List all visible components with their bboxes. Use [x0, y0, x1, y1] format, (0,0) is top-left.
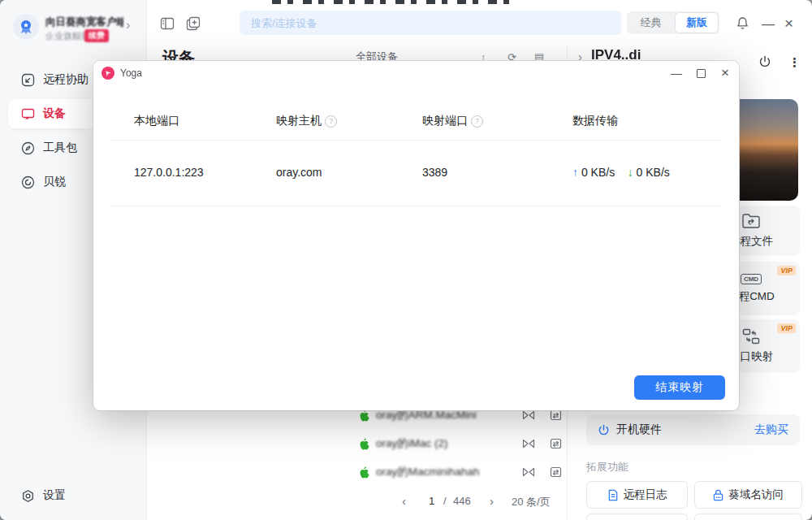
sidebar-item-label: 设置	[43, 488, 66, 503]
cell-local-port: 127.0.0.1:223	[134, 166, 204, 179]
domain-access-button[interactable]: 葵域名访问	[694, 481, 802, 509]
vip-badge: VIP	[777, 323, 796, 333]
search-input[interactable]	[240, 11, 621, 35]
user-name: 向日葵商宽客户端	[45, 15, 123, 29]
device-row[interactable]: oray的iMac (2)	[357, 431, 562, 456]
help-icon[interactable]: ?	[325, 115, 337, 128]
remote-assist-icon	[21, 73, 35, 87]
cmd-icon: CMD	[741, 274, 762, 284]
notification-bell-icon[interactable]	[736, 16, 749, 30]
toggle-classic[interactable]: 经典	[627, 15, 675, 30]
device-name: oray的iMac (2)	[376, 436, 448, 451]
download-speed: 0 KB/s	[637, 166, 670, 179]
apple-icon	[357, 466, 369, 479]
new-window-icon[interactable]	[186, 16, 201, 31]
user-plan: 企业旗舰版	[45, 30, 90, 42]
device-row[interactable]: oray的Macminihahah	[357, 460, 562, 484]
help-icon[interactable]: ?	[471, 115, 483, 128]
medal-icon	[18, 19, 34, 35]
toolkit-icon	[21, 141, 35, 155]
cell-port: 3389	[422, 166, 447, 179]
apple-icon	[357, 409, 369, 422]
download-arrow-icon: ↓	[628, 166, 633, 179]
power-icon[interactable]	[758, 55, 771, 68]
more-menu-icon[interactable]: ⋮	[788, 55, 801, 70]
port-mapping-dialog: Yoga — × 本地端口 映射主机 ? 映射端口 ? 数据传输 127.0.0…	[93, 61, 739, 410]
collapse-sidebar-icon[interactable]	[160, 16, 175, 31]
remote-control-icon[interactable]	[522, 466, 535, 478]
apple-icon	[357, 437, 369, 451]
buy-link[interactable]: 去购买	[754, 422, 788, 437]
port-mapping-icon	[742, 328, 760, 344]
col-header-local-port: 本地端口	[134, 114, 179, 128]
close-button[interactable]: ×	[784, 15, 793, 31]
page-total: 446	[453, 495, 471, 507]
boot-power-icon	[598, 424, 610, 436]
col-header-map-host: 映射主机 ?	[276, 114, 337, 128]
page-current: 1	[429, 495, 434, 507]
cut-button[interactable]	[586, 514, 688, 520]
sidebar-item-label: 远程协助	[43, 72, 89, 87]
boot-hardware-card: 开机硬件 去购买	[586, 414, 800, 445]
dialog-maximize-button[interactable]	[697, 69, 706, 78]
device-name: oray的Macminihahah	[376, 465, 480, 479]
upload-speed: 0 KB/s	[581, 166, 615, 179]
cell-host: oray.com	[276, 166, 322, 179]
sidebar-item-label: 贝锐	[43, 175, 66, 189]
dialog-minimize-button[interactable]: —	[671, 67, 682, 79]
page-next-icon[interactable]: ›	[490, 494, 494, 508]
file-transfer-icon[interactable]	[550, 438, 562, 449]
end-mapping-button[interactable]: 结束映射	[634, 375, 725, 400]
divider	[110, 206, 723, 206]
devices-icon	[21, 107, 35, 121]
avatar[interactable]	[13, 14, 39, 40]
cell-transfer: ↑ 0 KB/s ↓ 0 KB/s	[572, 166, 670, 179]
sidebar-item-label: 设备	[43, 106, 66, 121]
header-text: 数据传输	[572, 114, 618, 128]
gear-icon	[21, 489, 35, 503]
cut-button[interactable]	[694, 514, 802, 520]
boot-hardware-label: 开机硬件	[616, 422, 662, 437]
extensions-title: 拓展功能	[586, 460, 628, 474]
lock-icon	[713, 489, 723, 501]
col-header-map-port: 映射端口 ?	[422, 114, 483, 128]
button-label: 远程日志	[624, 488, 667, 502]
log-document-icon	[607, 489, 619, 501]
chevron-right-icon[interactable]: ›	[126, 18, 130, 32]
button-label: 葵域名访问	[728, 488, 784, 502]
dialog-close-button[interactable]: ×	[721, 66, 729, 80]
divider	[110, 140, 723, 141]
remote-files-icon	[741, 213, 761, 229]
oray-logo-icon	[21, 176, 35, 189]
page-separator: /	[443, 495, 447, 507]
page-size-select[interactable]: 20 条/页	[512, 495, 551, 509]
version-toggle: 经典 新版	[627, 11, 719, 34]
remote-control-icon[interactable]	[522, 438, 535, 449]
upload-arrow-icon: ↑	[572, 166, 578, 179]
dialog-app-icon	[102, 67, 114, 80]
vip-badge: VIP	[777, 266, 796, 275]
remote-log-button[interactable]: 远程日志	[586, 481, 688, 509]
user-badge: 续费	[84, 29, 109, 42]
toggle-new-version[interactable]: 新版	[675, 12, 719, 33]
sidebar-item-label: 工具包	[43, 141, 77, 155]
file-transfer-icon[interactable]	[550, 466, 562, 478]
header-text: 映射端口	[422, 114, 468, 128]
sidebar-item-settings[interactable]: 设置	[8, 481, 138, 510]
header-text: 本地端口	[134, 114, 179, 128]
header-text: 映射主机	[276, 114, 322, 128]
app-window: 向日葵商宽客户端 企业旗舰版 续费 › 远程协助 设备 工具包	[0, 0, 812, 520]
file-transfer-icon[interactable]	[550, 410, 562, 421]
page-prev-icon[interactable]: ‹	[402, 494, 406, 508]
dialog-title: Yoga	[120, 67, 142, 79]
col-header-transfer: 数据传输	[572, 114, 618, 128]
remote-control-icon[interactable]	[522, 410, 535, 421]
clipped-text-top	[272, 0, 516, 4]
minimize-button[interactable]: —	[762, 18, 775, 31]
